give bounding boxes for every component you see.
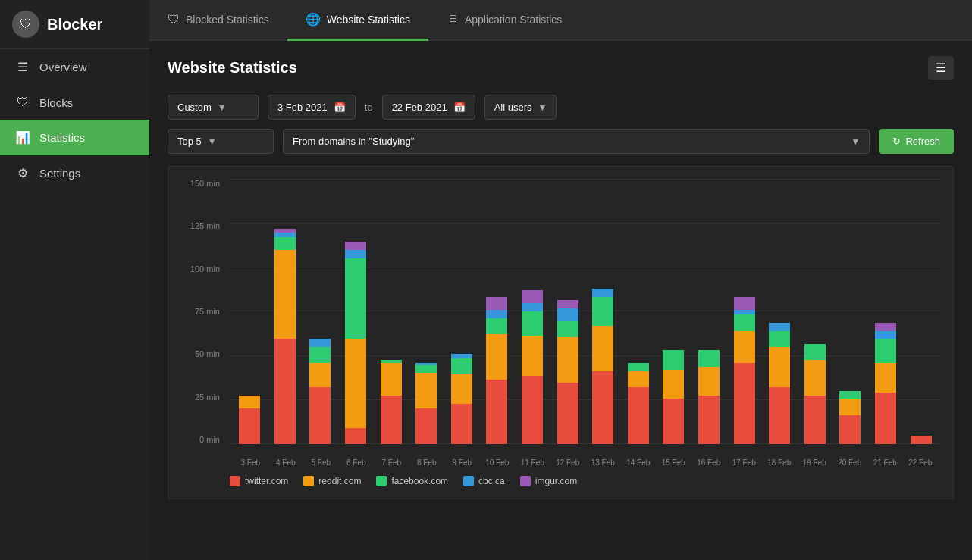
bar-segment-reddit [592, 326, 613, 371]
bar-group[interactable] [798, 179, 832, 444]
bar-segment-reddit [239, 396, 260, 408]
bar-stack [734, 297, 755, 444]
bar-group[interactable] [869, 179, 903, 444]
bar-segment-facebook [522, 311, 543, 336]
bar-segment-facebook [628, 363, 649, 371]
date-from-filter[interactable]: 3 Feb 2021 📅 [268, 95, 356, 120]
x-axis-label: 12 Feb [550, 455, 586, 467]
bar-group[interactable] [904, 179, 938, 444]
tab-website-label: Website Statistics [327, 14, 410, 26]
page-title: Website Statistics [168, 59, 297, 77]
bar-segment-reddit [274, 250, 296, 339]
topn-filter[interactable]: Top 5 ▼ [168, 129, 274, 154]
tab-website[interactable]: 🌐 Website Statistics [287, 0, 428, 41]
bar-segment-facebook [274, 237, 296, 250]
sidebar-label-overview: Overview [39, 61, 87, 74]
content-area: Website Statistics ☰ Custom ▼ 3 Feb 2021… [149, 41, 972, 560]
bar-segment-twitter [522, 376, 543, 444]
sidebar-label-statistics: Statistics [39, 131, 85, 144]
bar-group[interactable] [303, 179, 337, 444]
bar-group[interactable] [622, 179, 656, 444]
bar-segment-facebook [839, 391, 861, 399]
bar-group[interactable] [480, 179, 514, 444]
bar-segment-reddit [522, 336, 543, 376]
x-axis-label: 16 Feb [691, 455, 727, 467]
bar-stack [804, 344, 826, 444]
app-logo-icon: 🛡 [12, 11, 39, 38]
menu-icon-button[interactable]: ☰ [928, 56, 954, 80]
chart-inner: 3 Feb4 Feb5 Feb6 Feb7 Feb8 Feb9 Feb10 Fe… [230, 179, 941, 467]
bar-segment-twitter [911, 436, 932, 444]
blocks-icon: 🛡 [15, 95, 30, 109]
legend-item-facebook: facebook.com [376, 476, 448, 486]
bar-segment-twitter [663, 399, 684, 444]
y-axis-label: 150 min [180, 179, 226, 188]
bar-stack [557, 300, 578, 444]
sidebar-item-blocks[interactable]: 🛡 Blocks [0, 85, 149, 120]
bar-segment-cbc [522, 303, 543, 311]
sidebar-item-overview[interactable]: ☰ Overview [0, 49, 149, 85]
bar-segment-twitter [451, 404, 472, 444]
tab-application[interactable]: 🖥 Application Statistics [428, 0, 580, 41]
legend-label-twitter: twitter.com [245, 476, 288, 486]
bar-group[interactable] [409, 179, 444, 444]
y-axis: 150 min125 min100 min75 min50 min25 min0… [180, 179, 226, 444]
bar-segment-cbc [875, 331, 896, 339]
domain-chevron: ▼ [851, 136, 861, 147]
period-filter[interactable]: Custom ▼ [168, 95, 259, 120]
application-tab-icon: 🖥 [447, 13, 459, 27]
sidebar-label-blocks: Blocks [39, 96, 73, 109]
bar-group[interactable] [516, 179, 550, 444]
filters-row-1: Custom ▼ 3 Feb 2021 📅 to 22 Feb 2021 📅 A… [168, 95, 954, 120]
x-axis-label: 18 Feb [762, 455, 798, 467]
bar-segment-reddit [381, 363, 402, 396]
date-separator: to [365, 102, 373, 113]
bar-segment-reddit [698, 367, 720, 396]
domain-filter[interactable]: From domains in "Studying" ▼ [283, 129, 870, 154]
date-to-filter[interactable]: 22 Feb 2021 📅 [382, 95, 475, 120]
bar-group[interactable] [233, 179, 267, 444]
period-chevron: ▼ [218, 102, 227, 113]
legend-item-twitter: twitter.com [230, 476, 288, 486]
bar-group[interactable] [833, 179, 867, 444]
bar-group[interactable] [445, 179, 479, 444]
bar-group[interactable] [657, 179, 691, 444]
bar-segment-imgur [345, 242, 366, 250]
y-axis-label: 100 min [180, 264, 226, 274]
sidebar-item-statistics[interactable]: 📊 Statistics [0, 120, 149, 155]
bar-segment-twitter [769, 387, 790, 444]
tab-blocked[interactable]: 🛡 Blocked Statistics [149, 0, 287, 41]
bar-segment-cbc [486, 310, 507, 318]
bar-group[interactable] [586, 179, 620, 444]
bar-segment-twitter [309, 387, 331, 444]
legend-color-cbc [463, 476, 474, 486]
legend-color-facebook [376, 476, 387, 486]
bar-group[interactable] [268, 179, 303, 444]
user-filter[interactable]: All users ▼ [484, 95, 557, 120]
bar-group[interactable] [550, 179, 585, 444]
bar-segment-reddit [875, 363, 896, 392]
bar-segment-facebook [309, 347, 331, 363]
tab-application-label: Application Statistics [465, 14, 562, 26]
bar-segment-imgur [557, 300, 578, 308]
bar-segment-twitter [274, 339, 296, 444]
refresh-button[interactable]: ↻ Refresh [879, 129, 954, 154]
date-to-value: 22 Feb 2021 [392, 102, 447, 113]
user-value: All users [494, 102, 532, 113]
bar-segment-reddit [557, 337, 578, 383]
bar-group[interactable] [374, 179, 408, 444]
bar-group[interactable] [692, 179, 726, 444]
tab-bar: 🛡 Blocked Statistics 🌐 Website Statistic… [149, 0, 972, 41]
x-axis-label: 15 Feb [656, 455, 691, 467]
sidebar-item-settings[interactable]: ⚙ Settings [0, 155, 149, 191]
bar-segment-twitter [592, 371, 613, 444]
chart-area: 150 min125 min100 min75 min50 min25 min0… [180, 179, 941, 467]
bar-stack [769, 323, 790, 444]
x-labels: 3 Feb4 Feb5 Feb6 Feb7 Feb8 Feb9 Feb10 Fe… [230, 455, 941, 467]
legend-label-facebook: facebook.com [391, 476, 448, 486]
bar-group[interactable] [763, 179, 797, 444]
bar-group[interactable] [339, 179, 373, 444]
x-axis-label: 13 Feb [585, 455, 621, 467]
bar-stack [345, 242, 366, 444]
bar-group[interactable] [727, 179, 761, 444]
